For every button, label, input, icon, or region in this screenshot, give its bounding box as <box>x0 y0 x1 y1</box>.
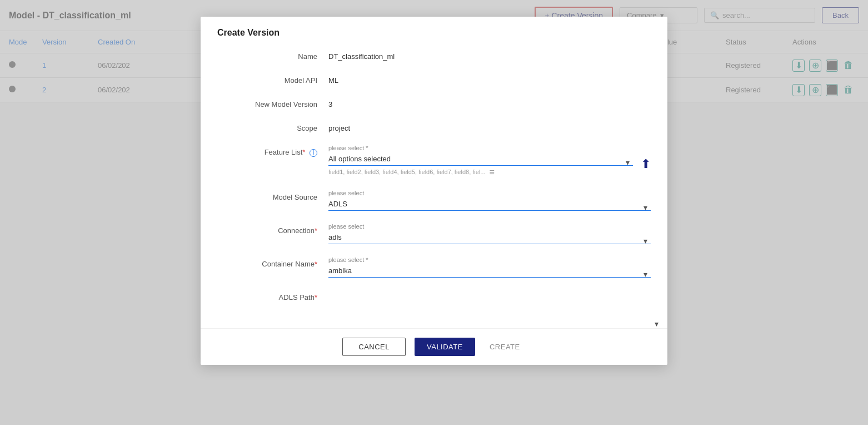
container-name-select-label: please select * <box>328 256 651 263</box>
container-name-select-wrapper: please select * ambika ▾ <box>328 256 651 278</box>
feature-list-select-label: please select * <box>328 145 633 151</box>
container-name-label: Container Name* <box>217 256 328 268</box>
feature-list-required: * <box>302 148 305 156</box>
connection-select-container: adls ▾ <box>328 231 651 244</box>
feature-list-select-container: All options selected ▾ <box>328 152 633 166</box>
upload-icon[interactable]: ⬆ <box>641 157 651 171</box>
model-api-value: ML <box>328 73 651 85</box>
validate-button[interactable]: VALIDATE <box>415 338 475 356</box>
scope-value: project <box>328 121 651 132</box>
form-row-name: Name DT_classification_ml <box>217 49 651 61</box>
feature-list-tags: field1, field2, field3, field4, field5, … <box>328 167 633 177</box>
feature-list-label: Feature List* i <box>217 145 328 157</box>
model-source-label: Model Source <box>217 190 328 201</box>
form-row-model-api: Model API ML <box>217 73 651 85</box>
name-value: DT_classification_ml <box>328 49 651 61</box>
container-name-required: * <box>315 260 317 268</box>
form-row-new-model-version: New Model Version 3 <box>217 97 651 108</box>
form-row-scope: Scope project <box>217 121 651 132</box>
connection-select-wrapper: please select adls ▾ <box>328 223 651 244</box>
modal-title: Create Version <box>201 17 667 43</box>
container-name-select[interactable]: ambika <box>328 264 651 278</box>
create-button[interactable]: CREATE <box>484 338 526 356</box>
connection-required: * <box>315 226 317 235</box>
feature-list-row: please select * All options selected ▾ f… <box>328 145 651 177</box>
feature-list-select-wrapper: please select * All options selected ▾ f… <box>328 145 633 177</box>
model-source-select-label: please select <box>328 190 651 196</box>
model-api-label: Model API <box>217 73 328 85</box>
model-source-select-wrapper: please select ADLS ▾ <box>328 190 651 211</box>
name-label: Name <box>217 49 328 61</box>
model-source-select[interactable]: ADLS <box>328 197 651 211</box>
form-row-model-source: Model Source please select ADLS ▾ <box>217 190 651 211</box>
form-row-adls-path: ADLS Path* <box>217 290 651 302</box>
form-row-connection: Connection* please select adls ▾ <box>217 223 651 244</box>
connection-label: Connection* <box>217 223 328 235</box>
form-row-container-name: Container Name* please select * ambika ▾ <box>217 256 651 278</box>
adls-path-required: * <box>315 293 317 302</box>
create-version-modal: Create Version Name DT_classification_ml… <box>201 17 667 365</box>
feature-list-select[interactable]: All options selected <box>328 152 633 166</box>
modal-body: Name DT_classification_ml Model API ML N… <box>201 43 667 319</box>
connection-select[interactable]: adls <box>328 231 651 244</box>
adls-path-label: ADLS Path* <box>217 290 328 302</box>
connection-select-label: please select <box>328 223 651 230</box>
new-model-version-label: New Model Version <box>217 97 328 108</box>
form-row-feature-list: Feature List* i please select * All opti… <box>217 145 651 177</box>
cancel-button[interactable]: CANCEL <box>342 338 406 356</box>
new-model-version-value: 3 <box>328 97 651 108</box>
container-name-select-container: ambika ▾ <box>328 264 651 278</box>
modal-scroll-down-icon[interactable]: ▾ <box>655 319 659 328</box>
feature-list-info-icon[interactable]: i <box>310 149 317 157</box>
modal-overlay: Create Version Name DT_classification_ml… <box>0 0 868 425</box>
model-source-select-container: ADLS ▾ <box>328 197 651 211</box>
scope-label: Scope <box>217 121 328 132</box>
feature-list-menu-icon: ≡ <box>490 167 495 177</box>
modal-footer: CANCEL VALIDATE CREATE <box>201 328 667 365</box>
